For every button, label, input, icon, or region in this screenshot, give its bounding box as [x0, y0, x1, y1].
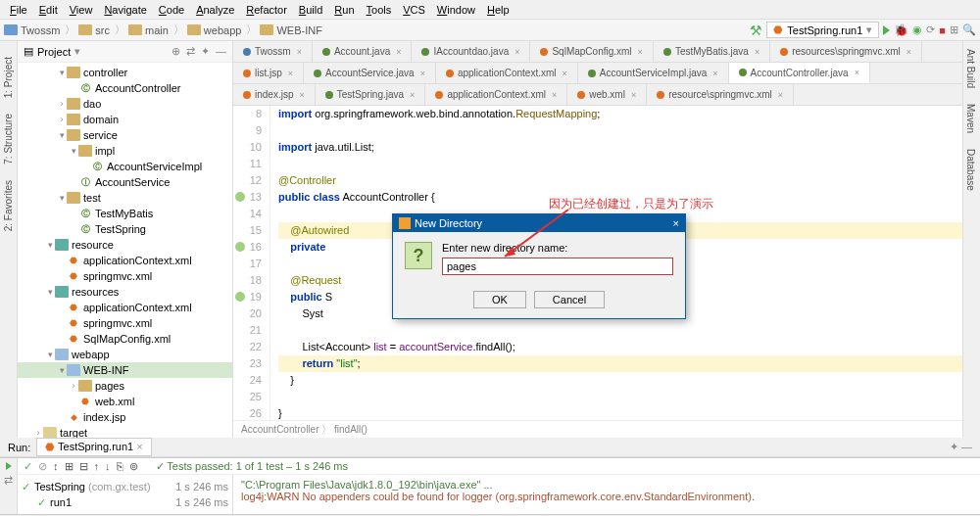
editor-tab[interactable]: TestSpring.java×: [316, 84, 426, 105]
editor-tab[interactable]: SqlMapConfig.xml×: [530, 41, 653, 62]
next-icon[interactable]: ↓: [105, 460, 111, 472]
menu-window[interactable]: Window: [431, 2, 481, 18]
tree-item[interactable]: ⒸTestMyBatis: [18, 206, 232, 221]
tree-item[interactable]: ▾controller: [18, 65, 232, 80]
debug-icon[interactable]: 🐞: [894, 23, 908, 37]
menu-vcs[interactable]: VCS: [397, 2, 431, 18]
expand-icon[interactable]: ⊞: [65, 460, 74, 473]
rerun-icon[interactable]: [6, 462, 12, 470]
editor-tab[interactable]: index.jsp×: [233, 84, 316, 105]
hide-icon[interactable]: —: [216, 45, 226, 58]
breadcrumb-item[interactable]: main: [128, 24, 169, 36]
menu-file[interactable]: File: [4, 2, 33, 18]
tree-item[interactable]: ▾resource: [18, 237, 232, 253]
editor-tab[interactable]: AccountController.java×: [729, 63, 870, 83]
sidebar-tab-maven[interactable]: Maven: [963, 96, 978, 141]
prev-icon[interactable]: ↑: [94, 460, 100, 472]
menu-tools[interactable]: Tools: [361, 2, 398, 18]
toggle-icon[interactable]: ⇄: [4, 474, 13, 487]
breadcrumb-item[interactable]: src: [78, 24, 110, 36]
tree-item[interactable]: ▾resources: [18, 284, 232, 300]
tree-item[interactable]: ▾webapp: [18, 347, 232, 362]
history-icon[interactable]: ⊚: [129, 460, 138, 473]
sidebar-tab-antbuild[interactable]: Ant Build: [963, 41, 978, 96]
tree-item[interactable]: ▾WEB-INF: [18, 362, 232, 378]
collapse-icon[interactable]: ⊕: [172, 45, 180, 58]
editor-breadcrumb[interactable]: AccountController 〉 findAll(): [233, 420, 980, 438]
editor-tab[interactable]: resources\springmvc.xml×: [770, 41, 922, 62]
tree-item[interactable]: ⬣springmvc.xml: [18, 315, 232, 331]
expand-icon[interactable]: ⇄: [186, 45, 195, 58]
gear-icon[interactable]: ✦: [201, 45, 210, 58]
tree-item[interactable]: ▾impl: [18, 143, 232, 159]
run-icon[interactable]: [883, 25, 890, 35]
tree-item[interactable]: ⬣applicationContext.xml: [18, 300, 232, 315]
breadcrumb-item[interactable]: WEB-INF: [260, 24, 321, 36]
tree-item[interactable]: ›dao: [18, 96, 232, 112]
breadcrumb-item[interactable]: Twossm: [4, 24, 60, 36]
console-output[interactable]: "C:\Program Files\Java\jdk1.8.0_192\bin\…: [233, 475, 980, 514]
tree-item[interactable]: ›pages: [18, 378, 232, 394]
menu-analyze[interactable]: Analyze: [190, 2, 240, 18]
run-tab[interactable]: ⬣ TestSpring.run1 ×: [36, 438, 151, 456]
tree-item[interactable]: ›domain: [18, 112, 232, 127]
tree-item[interactable]: ⬣applicationContext.xml: [18, 253, 232, 268]
collapse-icon[interactable]: ⊟: [79, 460, 88, 473]
editor-tab[interactable]: IAccountdao.java×: [412, 41, 530, 62]
tree-item[interactable]: ⬣springmvc.xml: [18, 268, 232, 284]
menu-refactor[interactable]: Refactor: [240, 2, 293, 18]
editor-tab[interactable]: Twossm×: [233, 41, 313, 62]
menu-edit[interactable]: Edit: [33, 2, 64, 18]
stop-icon[interactable]: ■: [939, 24, 946, 36]
cancel-button[interactable]: Cancel: [534, 291, 605, 308]
tree-item[interactable]: ⬣SqlMapConfig.xml: [18, 331, 232, 347]
menu-navigate[interactable]: Navigate: [98, 2, 152, 18]
test-tree[interactable]: ✓TestSpring (com.gx.test)1 s 246 ms ✓run…: [18, 475, 233, 514]
editor-tab[interactable]: applicationContext.xml×: [425, 84, 567, 105]
tree-item[interactable]: ◆index.jsp: [18, 409, 232, 425]
sidebar-tab-favorites[interactable]: 2: Favorites: [2, 172, 15, 239]
editor-tab[interactable]: list.jsp×: [233, 63, 304, 83]
breadcrumb-item[interactable]: webapp: [187, 24, 242, 36]
build-icon[interactable]: ⚒: [750, 23, 762, 38]
tree-item[interactable]: ⒸAccountServiceImpl: [18, 159, 232, 174]
fail-icon[interactable]: ⊘: [38, 460, 47, 473]
menu-build[interactable]: Build: [293, 2, 328, 18]
coverage-icon[interactable]: ◉: [912, 23, 922, 36]
layout-icon[interactable]: ⊞: [950, 23, 958, 36]
tree-item[interactable]: ▾service: [18, 127, 232, 143]
profile-icon[interactable]: ⟳: [926, 23, 935, 36]
ok-button[interactable]: OK: [473, 291, 526, 308]
sidebar-tab-project[interactable]: 1: Project: [2, 49, 15, 106]
sort-icon[interactable]: ↕: [53, 460, 59, 472]
sidebar-tab-structure[interactable]: 7: Structure: [2, 106, 15, 172]
sidebar-tab-database[interactable]: Database: [963, 141, 978, 199]
menu-help[interactable]: Help: [481, 2, 515, 18]
menu-code[interactable]: Code: [153, 2, 190, 18]
editor-tab[interactable]: web.xml×: [567, 84, 647, 105]
run-config-selector[interactable]: ⬣ TestSpring.run1 ▾: [766, 22, 879, 38]
menu-view[interactable]: View: [64, 2, 99, 18]
close-icon[interactable]: ×: [673, 217, 679, 229]
tree-item[interactable]: ›target: [18, 425, 232, 438]
editor-tab[interactable]: AccountService.java×: [304, 63, 436, 83]
editor-tab[interactable]: resource\springmvc.xml×: [647, 84, 794, 105]
tree-item[interactable]: ⒸAccountController: [18, 80, 232, 96]
tree-item[interactable]: ⒸTestSpring: [18, 221, 232, 237]
search-icon[interactable]: 🔍: [962, 23, 976, 36]
editor-tab[interactable]: applicationContext.xml×: [436, 63, 578, 83]
tree-item[interactable]: ▾test: [18, 190, 232, 206]
menu-run[interactable]: Run: [328, 2, 360, 18]
pass-icon[interactable]: ✓: [24, 460, 32, 473]
editor-tab[interactable]: AccountServiceImpl.java×: [578, 63, 729, 83]
editor-tabs-row-2: list.jsp×AccountService.java×application…: [233, 63, 980, 84]
tree-item[interactable]: ⬣web.xml: [18, 394, 232, 409]
tree-item[interactable]: ⒾAccountService: [18, 174, 232, 190]
project-tree[interactable]: ▾controllerⒸAccountController›dao›domain…: [18, 63, 232, 438]
export-icon[interactable]: ⎘: [117, 460, 123, 472]
editor-tab[interactable]: TestMyBatis.java×: [654, 41, 770, 62]
project-header: ▤ Project ▾ ⊕ ⇄ ✦ —: [18, 41, 232, 63]
svg-marker-1: [505, 247, 515, 257]
run-gear-icon[interactable]: ✦ —: [950, 441, 972, 453]
editor-tab[interactable]: Account.java×: [313, 41, 413, 62]
